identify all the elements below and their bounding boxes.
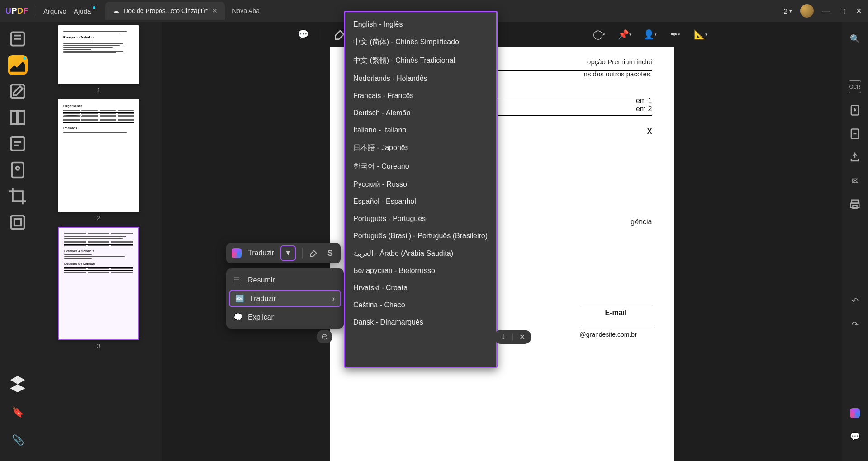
lang-option[interactable]: Беларуская - Bielorrusso <box>350 262 492 279</box>
ocr-icon[interactable]: OCR <box>849 80 861 93</box>
edit-icon[interactable] <box>8 81 28 101</box>
tab-new[interactable]: Nova Aba <box>225 2 267 20</box>
lang-option[interactable]: العربية - Árabe (Arábia Saudita) <box>350 245 492 262</box>
lang-option[interactable]: Hrvatski - Croata <box>350 279 492 296</box>
submenu-summarize[interactable]: ☰ Resumir <box>226 271 344 289</box>
lang-option[interactable]: English - Inglês <box>350 16 492 33</box>
right-rail: 🔍 OCR ✉ ↶ ↷ 💬 <box>842 22 868 461</box>
tab-strip: ☁ Doc de Propos...eto Cinza(1)* ✕ Nova A… <box>105 0 267 22</box>
maximize-icon[interactable]: ▢ <box>838 7 846 15</box>
svg-rect-2 <box>11 111 17 124</box>
compress-icon[interactable] <box>849 127 861 140</box>
undo-icon[interactable]: ↶ <box>849 295 861 307</box>
divider <box>36 6 36 16</box>
thumb-number: 3 <box>97 343 100 349</box>
print-icon[interactable] <box>849 198 861 211</box>
tab-active[interactable]: ☁ Doc de Propos...eto Cinza(1)* ✕ <box>105 2 225 20</box>
thumbnail-panel: Escopo do Trabalho 1 Orçamento <box>35 22 162 461</box>
list-item-r: em 2 <box>636 105 652 113</box>
lang-option[interactable]: 中文 (简体) - Chinês Simplificado <box>350 33 492 52</box>
pin-icon[interactable]: 📌▾ <box>617 27 632 42</box>
layers-icon[interactable] <box>8 374 28 394</box>
submenu-label: Traduzir <box>250 295 276 303</box>
lang-option[interactable]: Dansk - Dinamarquês <box>350 314 492 331</box>
close-icon[interactable]: ✕ <box>212 7 218 14</box>
zoom-out-pill[interactable]: ⊖ <box>317 330 332 343</box>
lang-option[interactable]: Русский - Russo <box>350 176 492 193</box>
export-icon[interactable] <box>849 104 861 117</box>
menu-file[interactable]: Arquivo <box>43 7 66 15</box>
thumbnail-3[interactable]: Detalhes Adicionais Detalhes de Contato … <box>58 227 139 349</box>
svg-rect-8 <box>14 219 21 226</box>
measure-icon[interactable]: 📐▾ <box>693 27 708 42</box>
highlight-tool-icon[interactable] <box>309 248 319 258</box>
price-right: X <box>647 127 652 136</box>
submenu-explain[interactable]: 💭 Explicar <box>226 308 344 326</box>
comment-icon[interactable]: 💬 <box>296 27 311 42</box>
translate-icon: 🔤 <box>235 294 243 303</box>
lang-option[interactable]: Español - Espanhol <box>350 193 492 210</box>
ai-submenu: ☰ Resumir 🔤 Traduzir › 💭 Explicar <box>226 268 344 329</box>
lang-option[interactable]: Português - Português <box>350 210 492 227</box>
language-dropdown: English - Inglês 中文 (简体) - Chinês Simpli… <box>344 11 498 368</box>
lang-option[interactable]: Nederlands - Holandês <box>350 70 492 87</box>
feedback-icon[interactable]: 💬 <box>849 430 861 443</box>
svg-rect-3 <box>19 111 24 124</box>
minimize-icon[interactable]: — <box>822 7 830 15</box>
separator <box>322 29 322 40</box>
email-value: @grandesite.com.br <box>580 331 652 338</box>
collapse-close-pill: ⤓ ✕ <box>494 330 531 344</box>
shape-icon[interactable]: ◯▾ <box>592 27 607 42</box>
list-item-r: em 1 <box>636 97 652 105</box>
notification-count[interactable]: 2 ▾ <box>784 7 792 15</box>
close-window-icon[interactable]: ✕ <box>854 7 863 15</box>
sparkle-icon <box>232 248 242 258</box>
avatar[interactable] <box>800 4 814 18</box>
svg-rect-7 <box>11 216 24 229</box>
intro-right-2: ns dos outros pacotes, <box>584 70 652 78</box>
lang-option[interactable]: 한국어 - Coreano <box>350 157 492 176</box>
protect-icon[interactable] <box>8 160 28 180</box>
lang-option[interactable]: 中文 (繁體) - Chinês Tradicional <box>350 52 492 70</box>
crop-icon[interactable] <box>8 186 28 206</box>
attachment-icon[interactable]: 📎 <box>8 430 28 450</box>
bullet-right: gência <box>631 218 652 226</box>
document-area: 💬 S U T ◯▾ 📌▾ 👤▾ ✒▾ 📐▾ O pacote Básico o… <box>162 22 842 461</box>
reader-icon[interactable] <box>8 29 28 49</box>
lang-option[interactable]: Čeština - Checo <box>350 296 492 314</box>
bookmark-icon[interactable]: 🔖 <box>8 402 28 422</box>
submenu-translate[interactable]: 🔤 Traduzir › <box>229 290 341 307</box>
sign-icon[interactable]: ✒▾ <box>668 27 683 42</box>
stamp-icon[interactable]: 👤▾ <box>643 27 657 42</box>
form-icon[interactable] <box>8 134 28 154</box>
collapse-icon[interactable]: ⤓ <box>500 333 506 341</box>
strike-tool-icon[interactable]: S <box>325 248 335 258</box>
thumb-number: 1 <box>97 87 100 94</box>
ai-icon[interactable] <box>849 407 861 419</box>
search-icon[interactable]: 🔍 <box>849 33 861 45</box>
separator <box>302 248 303 258</box>
page-icon[interactable] <box>8 108 28 127</box>
dropdown-toggle[interactable]: ▼ <box>280 245 296 261</box>
chevron-right-icon: › <box>332 295 335 303</box>
app-logo: UPDF <box>5 6 28 16</box>
lang-option[interactable]: Português (Brasil) - Português (Brasilei… <box>350 227 492 245</box>
lang-option[interactable]: 日本語 - Japonês <box>350 139 492 157</box>
redo-icon[interactable]: ↷ <box>849 318 861 331</box>
tab-title: Doc de Propos...eto Cinza(1)* <box>123 7 208 14</box>
lang-option[interactable]: Deutsch - Alemão <box>350 104 492 122</box>
left-rail: 🔖 📎 <box>0 22 35 461</box>
close-icon[interactable]: ✕ <box>519 333 525 341</box>
annotate-icon[interactable] <box>8 55 28 75</box>
thumbnail-1[interactable]: Escopo do Trabalho 1 <box>58 25 139 94</box>
lang-option[interactable]: Français - Francês <box>350 87 492 104</box>
tools-icon[interactable] <box>8 212 28 232</box>
menu-help[interactable]: Ajuda <box>74 7 91 15</box>
cloud-icon: ☁ <box>113 7 119 14</box>
share-icon[interactable] <box>849 151 861 164</box>
thumb-number: 2 <box>97 215 100 221</box>
lang-option[interactable]: Italiano - Italiano <box>350 122 492 139</box>
thumbnail-2[interactable]: Orçamento Pacotes 2 <box>58 99 139 221</box>
mail-icon[interactable]: ✉ <box>849 174 861 187</box>
translate-label[interactable]: Traduzir <box>248 249 274 257</box>
